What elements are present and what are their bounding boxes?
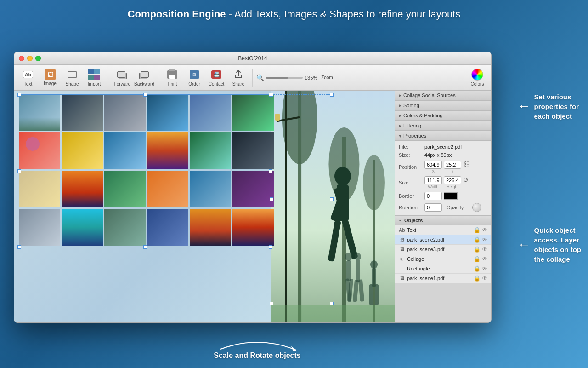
obj-rect-name: Rectangle [407,266,472,271]
size-inputs: Width Height ↺ [424,176,469,189]
print-label: Print [168,81,177,86]
section-properties-header[interactable]: ▶ Properties [395,131,491,141]
header-strong: Composition Engine [128,8,226,20]
callout-objects: ← Quick objectaccess. Layerobjects on to… [518,225,582,264]
minimize-button[interactable] [27,56,33,61]
pos-y-input[interactable] [444,161,461,169]
position-inputs: X Y ⛓ [424,161,469,173]
maximize-button[interactable] [35,56,41,61]
print-button[interactable]: Print [162,67,182,88]
share-icon [232,69,244,80]
lock6-icon[interactable]: 🔒 [474,275,481,282]
section-filtering-header[interactable]: ▶ Filtering [395,121,491,131]
shape-tool-label: Shape [66,81,79,86]
photo-cell [19,171,60,207]
pos-x-group: X [424,161,442,173]
lock5-icon[interactable]: 🔒 [474,265,481,272]
width-group: Width [424,176,442,189]
zoom-slider[interactable] [266,77,303,79]
section-filtering-label: Filtering [403,123,421,128]
obj-park2-actions: 🔒 👁 [474,236,487,243]
obj-park1-name: park_scene1.pdf [407,276,472,281]
visibility4-icon[interactable]: 👁 [482,256,487,262]
text-tool-button[interactable]: Ab Text [18,67,38,88]
object-item-rectangle[interactable]: Rectangle 🔒 👁 [395,264,491,274]
object-item-collage[interactable]: ⊞ Collage 🔒 👁 [395,254,491,264]
triangle-objects-icon: ▼ [398,218,402,222]
contact-button[interactable]: 📇 Contact [206,67,226,88]
obj-text-name: Text [407,227,472,233]
prop-size-info-value: 44px x 89px [424,152,452,158]
pos-x-input[interactable] [424,161,442,169]
objects-label: Objects [404,218,423,223]
obj-park1-actions: 🔒 👁 [474,275,487,282]
object-item-park-scene3[interactable]: 🖼 park_scene3.pdf 🔒 👁 [395,245,491,254]
forward-button[interactable]: Forward [112,67,132,88]
border-color-swatch[interactable] [444,192,458,200]
visibility5-icon[interactable]: 👁 [482,265,487,272]
toolbar-sep-2 [158,69,158,87]
svg-point-7 [334,167,351,185]
rotation-input[interactable] [424,203,442,212]
photo-cell [19,209,60,246]
visibility6-icon[interactable]: 👁 [482,275,487,282]
visibility2-icon[interactable]: 👁 [482,236,487,243]
obj-text-actions: 🔒 👁 [474,227,487,233]
section-colors-padding-header[interactable]: ▶ Colors & Padding [395,111,491,121]
image-tool-button[interactable]: 🖼 Image [40,67,60,88]
forward-label: Forward [114,81,131,86]
border-input[interactable] [424,192,442,200]
object-item-text[interactable]: Ab Text 🔒 👁 [395,225,491,235]
prop-file-label: File: [399,144,423,150]
colors-label: Colors [471,81,484,86]
section-filtering: ▶ Filtering [395,121,491,131]
colors-button[interactable]: Colors [467,67,487,88]
prop-border-label: Border [399,193,423,199]
import-tool-button[interactable]: Import [84,67,104,88]
section-collage-social-header[interactable]: ▶ Collage Social Sources [395,91,491,100]
triangle-icon: ▶ [399,93,401,98]
prop-row-file: File: park_scene2.pdf [395,143,491,151]
height-group: Height [444,176,461,189]
photo-cell [62,171,103,207]
prop-rotation-label: Rotation [399,205,423,210]
canvas-area [14,91,395,323]
curved-arrow-svg [211,333,303,351]
section-sorting-header[interactable]: ▶ Sorting [395,101,491,110]
order-button[interactable]: ⊞ Order [184,67,204,88]
callout-objects-text: Quick objectaccess. Layerobjects on topt… [534,225,582,264]
photo-cell [147,171,188,207]
objects-panel: ▼ Objects Ab Text 🔒 👁 🖼 park_scene2.pdf [395,216,491,283]
opacity-knob[interactable] [472,203,481,212]
obj-park3-icon: 🖼 [399,246,405,253]
lock3-icon[interactable]: 🔒 [474,246,481,253]
toolbar-sep-1 [108,69,108,87]
photo-cell [19,94,60,131]
backward-button[interactable]: Backward [134,67,154,88]
visibility3-icon[interactable]: 👁 [482,246,487,253]
height-input[interactable] [444,176,461,184]
link-size-icon[interactable]: ↺ [463,176,469,189]
object-item-park-scene2[interactable]: 🖼 park_scene2.pdf 🔒 👁 [395,235,491,245]
lock-icon[interactable]: 🔒 [474,227,481,233]
lock4-icon[interactable]: 🔒 [474,256,481,262]
sel-handle-bl[interactable] [17,245,21,249]
share-button[interactable]: Share [228,67,249,88]
close-button[interactable] [19,56,24,61]
zoom-label: Zoom [321,75,333,80]
callout-properties: ← Set variousproperties foreach object [517,92,579,121]
prop-row-rotation-opacity: Rotation Opacity [395,201,491,213]
object-item-park-scene1[interactable]: 🖼 park_scene1.pdf 🔒 👁 [395,274,491,283]
link-proportions-icon[interactable]: ⛓ [463,161,469,173]
obj-park3-name: park_scene3.pdf [407,247,472,252]
lock2-icon[interactable]: 🔒 [474,236,481,243]
shape-tool-button[interactable]: Shape [62,67,82,88]
visibility-icon[interactable]: 👁 [482,227,487,233]
width-input[interactable] [424,176,442,184]
sel-handle-bm[interactable] [143,245,147,249]
svg-point-21 [355,253,361,260]
text-tool-label: Text [24,81,32,86]
contact-icon: 📇 [210,69,222,80]
prop-opacity-label: Opacity [447,205,470,210]
backward-icon [138,69,150,80]
